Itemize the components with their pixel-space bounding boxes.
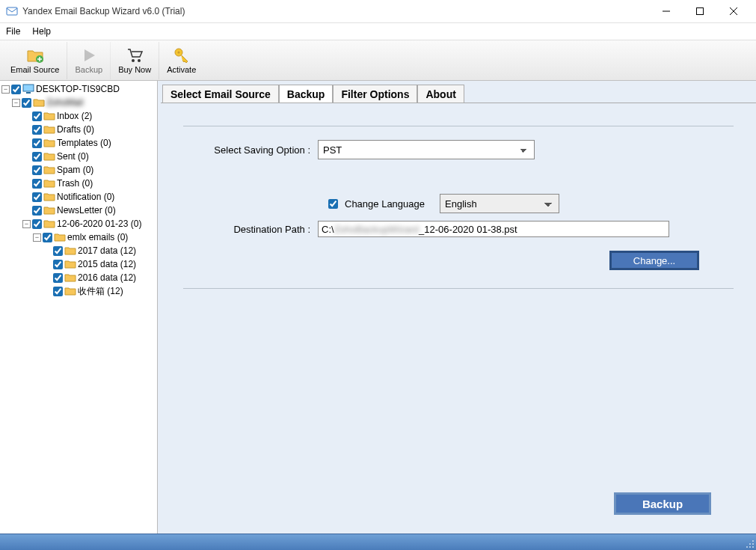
tree-root[interactable]: − DESKTOP-TIS9CBD (1, 82, 157, 96)
tree-drafts[interactable]: Drafts (0) (22, 123, 157, 136)
tree-2017[interactable]: 2017 data (12) (43, 244, 157, 257)
saving-option-select[interactable]: PST (318, 140, 535, 159)
toolbar-buy-label: Buy Now (118, 65, 151, 74)
tree-2016-check[interactable] (53, 273, 63, 283)
folder-icon (43, 178, 55, 189)
menu-help[interactable]: Help (32, 26, 51, 37)
change-language-check[interactable] (328, 199, 338, 209)
tree-inbox-check[interactable] (32, 111, 42, 121)
tree-newsletter-label: NewsLetter (0) (57, 205, 116, 216)
tree-2017-label: 2017 data (12) (78, 245, 136, 256)
close-button[interactable] (716, 1, 750, 22)
menu-file[interactable]: File (6, 26, 20, 37)
folder-icon (43, 192, 55, 202)
destination-blurred: ZohoBackupWizard (334, 224, 419, 235)
svg-rect-11 (26, 92, 31, 94)
tree-drafts-label: Drafts (0) (57, 124, 94, 135)
folder-add-icon (26, 46, 44, 64)
tree-emlx[interactable]: −emlx emails (0) (33, 230, 157, 244)
tree-cjk[interactable]: 收件箱 (12) (43, 284, 157, 298)
tree-inbox-label: Inbox (2) (57, 111, 92, 121)
tree-account[interactable]: − ZohoMail (12, 96, 157, 109)
tab-select-source[interactable]: Select Email Source (162, 85, 279, 103)
change-button[interactable]: Change... (609, 251, 699, 270)
tree-root-label: DESKTOP-TIS9CBD (36, 84, 120, 94)
tree-inbox[interactable]: Inbox (2) (22, 109, 157, 123)
key-icon (173, 46, 191, 64)
tree-templates[interactable]: Templates (0) (22, 136, 157, 150)
collapse-icon[interactable]: − (33, 233, 41, 242)
folder-tree[interactable]: − DESKTOP-TIS9CBD − ZohoMail (0, 81, 157, 534)
tree-dated-check[interactable] (32, 219, 42, 229)
tree-emlx-label: emlx emails (0) (67, 232, 128, 242)
tree-templates-label: Templates (0) (57, 138, 111, 148)
collapse-icon[interactable]: − (22, 220, 31, 228)
svg-rect-10 (23, 85, 34, 91)
folder-icon (43, 124, 55, 135)
tree-emlx-check[interactable] (43, 233, 52, 242)
folder-open-icon (33, 97, 45, 108)
folder-icon (43, 151, 55, 162)
tree-sent[interactable]: Sent (0) (22, 150, 157, 163)
tree-spam[interactable]: Spam (0) (22, 163, 157, 177)
status-bar (0, 534, 756, 550)
tree-templates-check[interactable] (32, 138, 42, 148)
window-title: Yandex Email Backup Wizard v6.0 (Trial) (22, 6, 649, 16)
tree-drafts-check[interactable] (32, 125, 42, 135)
destination-prefix: C:\ (322, 224, 334, 235)
toolbar-email-source[interactable]: Email Source (3, 42, 67, 79)
folder-open-icon (43, 219, 55, 229)
minimize-button[interactable] (649, 1, 683, 22)
tree-root-check[interactable] (11, 85, 21, 94)
tab-about[interactable]: About (417, 85, 464, 103)
monitor-icon (22, 84, 34, 94)
tree-2017-check[interactable] (53, 246, 63, 256)
backup-panel: Select Saving Option : PST Change Langua… (161, 103, 756, 531)
tree-cjk-label: 收件箱 (12) (78, 285, 123, 298)
tree-trash-check[interactable] (32, 179, 42, 189)
saving-option-label: Select Saving Option : (183, 144, 318, 156)
tree-2015-check[interactable] (53, 260, 63, 269)
title-bar: Yandex Email Backup Wizard v6.0 (Trial) (0, 0, 756, 22)
tree-spam-check[interactable] (32, 165, 42, 175)
tree-notification-check[interactable] (32, 192, 42, 202)
folder-open-icon (54, 232, 66, 242)
cart-icon (126, 46, 144, 64)
svg-point-6 (132, 59, 135, 62)
tree-newsletter-check[interactable] (32, 206, 42, 216)
divider (183, 126, 734, 126)
resize-grip-icon[interactable] (744, 538, 755, 549)
tree-trash[interactable]: Trash (0) (22, 177, 157, 190)
tab-backup[interactable]: Backup (279, 85, 334, 103)
toolbar: Email Source Backup Buy Now Activate (0, 40, 756, 81)
toolbar-activate-label: Activate (167, 65, 196, 74)
maximize-button[interactable] (683, 1, 716, 22)
toolbar-activate[interactable]: Activate (159, 42, 203, 79)
backup-button[interactable]: Backup (614, 492, 711, 515)
tree-account-label: ZohoMail (46, 97, 83, 108)
toolbar-email-source-label: Email Source (10, 65, 59, 74)
tree-sent-check[interactable] (32, 152, 42, 162)
tree-spam-label: Spam (0) (57, 165, 93, 175)
tree-newsletter[interactable]: NewsLetter (0) (22, 204, 157, 217)
tree-cjk-check[interactable] (53, 287, 63, 296)
tree-2016[interactable]: 2016 data (12) (43, 271, 157, 284)
tab-filter-options[interactable]: Filter Options (333, 85, 417, 103)
menu-bar: File Help (0, 22, 756, 40)
tree-dated-label: 12-06-2020 01-23 (0) (57, 219, 141, 229)
svg-rect-0 (7, 7, 17, 15)
tree-notification[interactable]: Notification (0) (22, 190, 157, 204)
language-select[interactable]: English (440, 194, 559, 213)
folder-icon (43, 111, 55, 121)
app-icon (6, 5, 18, 17)
collapse-icon[interactable]: − (1, 85, 10, 94)
folder-icon (64, 286, 76, 296)
tab-strip: Select Email Source Backup Filter Option… (162, 84, 756, 103)
destination-input[interactable]: C:\ ZohoBackupWizard _12-06-2020 01-38.p… (318, 221, 669, 237)
collapse-icon[interactable]: − (12, 99, 20, 107)
tree-2015[interactable]: 2015 data (12) (43, 257, 157, 271)
folder-icon (43, 165, 55, 175)
tree-dated[interactable]: −12-06-2020 01-23 (0) (22, 217, 157, 230)
tree-account-check[interactable] (22, 98, 31, 108)
toolbar-buy-now[interactable]: Buy Now (111, 42, 159, 79)
